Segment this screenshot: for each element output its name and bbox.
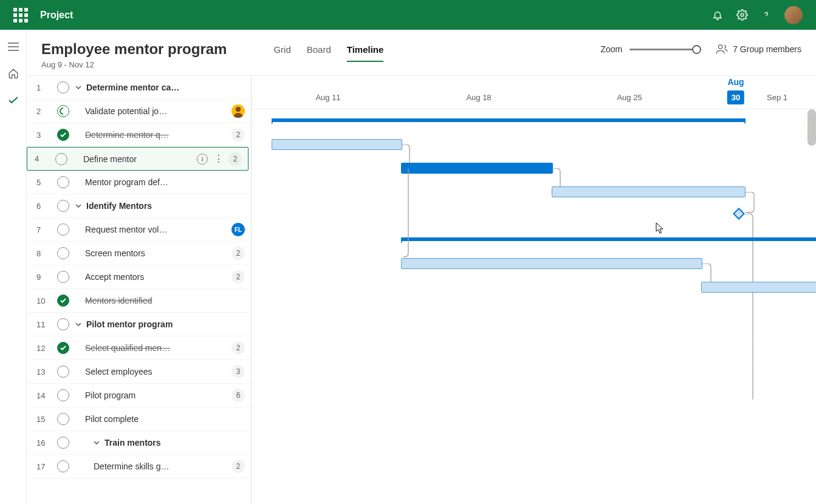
task-name: Pilot complete (85, 414, 245, 424)
task-row[interactable]: 16Train mentors (27, 431, 251, 455)
task-row[interactable]: 15Pilot complete (27, 407, 251, 431)
task-count-badge: 2 (231, 460, 245, 473)
scrollbar-thumb[interactable] (807, 109, 816, 146)
task-name: Mentor program def… (85, 177, 245, 187)
task-name: Mentors identified (85, 296, 245, 305)
help-icon[interactable] (760, 9, 772, 21)
gantt-bar[interactable] (401, 163, 553, 174)
cursor-icon (656, 222, 664, 234)
task-count-badge: 2 (231, 341, 245, 355)
status-circle-icon[interactable] (57, 200, 69, 212)
task-row[interactable]: 5Mentor program def… (27, 171, 251, 194)
info-icon[interactable]: i (197, 154, 208, 165)
status-circle-icon[interactable] (57, 295, 69, 307)
group-members-label: 7 Group members (733, 44, 801, 54)
status-circle-icon[interactable] (57, 389, 69, 401)
task-row[interactable]: 13Select employees3 (27, 360, 251, 384)
task-row[interactable]: 8Screen mentors2 (27, 242, 251, 265)
task-row[interactable]: 10Mentors identified (27, 289, 251, 313)
status-circle-icon[interactable] (57, 342, 69, 354)
status-circle-icon[interactable] (55, 153, 67, 165)
gantt-chart[interactable]: Aug 11 Aug 18 Aug 25 Aug 30 Sep 1 (252, 76, 816, 504)
chevron-down-icon[interactable] (75, 83, 84, 92)
current-month: Aug (727, 77, 744, 87)
assignee-avatar[interactable] (231, 104, 245, 118)
home-icon[interactable] (4, 64, 23, 83)
gantt-bar[interactable] (552, 186, 746, 197)
task-count-badge: 2 (228, 152, 242, 166)
task-row[interactable]: 14Pilot program6 (27, 384, 251, 407)
chevron-down-icon[interactable] (94, 438, 102, 448)
chevron-down-icon[interactable] (75, 201, 84, 211)
task-count-badge: 2 (231, 128, 245, 141)
tab-grid[interactable]: Grid (273, 44, 290, 62)
row-number: 15 (36, 415, 51, 424)
task-row[interactable]: 2Validate potential jo… (27, 100, 251, 123)
task-name: Request mentor vol… (85, 225, 229, 234)
task-count-badge: 6 (231, 389, 245, 402)
row-number: 16 (36, 438, 51, 448)
gantt-bar[interactable] (272, 139, 402, 150)
overflow-icon[interactable]: ⋮ (211, 153, 226, 165)
project-header: Employee mentor program Aug 9 - Nov 12 G… (27, 30, 816, 75)
status-circle-icon[interactable] (57, 223, 69, 236)
status-circle-icon[interactable] (57, 437, 69, 449)
project-date-range: Aug 9 - Nov 12 (41, 60, 227, 69)
task-count-badge: 2 (231, 247, 245, 260)
left-nav-rail (0, 30, 27, 504)
task-row[interactable]: 7Request mentor vol…FL (27, 218, 251, 242)
tab-board[interactable]: Board (307, 44, 331, 62)
task-name: Train mentors (105, 438, 245, 448)
task-row[interactable]: 11Pilot mentor program (27, 313, 251, 336)
group-members-button[interactable]: 7 Group members (716, 41, 801, 54)
row-number: 6 (36, 202, 51, 211)
row-number: 12 (36, 344, 51, 353)
row-number: 11 (36, 320, 51, 329)
status-circle-icon[interactable] (57, 271, 69, 283)
row-number: 2 (36, 107, 51, 116)
view-tabs: Grid Board Timeline (273, 41, 383, 62)
status-circle-icon[interactable] (57, 105, 69, 117)
row-number: 8 (36, 249, 51, 258)
status-circle-icon[interactable] (57, 247, 69, 259)
tasks-icon[interactable] (4, 90, 23, 110)
row-number: 9 (36, 273, 51, 282)
gantt-bar-summary[interactable] (272, 118, 746, 122)
zoom-slider[interactable] (629, 49, 696, 50)
status-circle-icon[interactable] (57, 366, 69, 378)
status-circle-icon[interactable] (57, 413, 69, 425)
status-circle-icon[interactable] (57, 129, 69, 141)
gantt-bar[interactable] (401, 258, 702, 269)
task-row[interactable]: 9Accept mentors2 (27, 265, 251, 289)
gantt-bar-summary[interactable] (401, 237, 816, 241)
time-tick: Aug 11 (315, 93, 340, 102)
gantt-bar[interactable] (701, 282, 816, 293)
tab-timeline[interactable]: Timeline (347, 44, 384, 62)
app-launcher-icon[interactable] (13, 8, 28, 22)
settings-icon[interactable] (736, 9, 748, 21)
row-number: 14 (36, 391, 51, 400)
time-tick: Aug 25 (617, 93, 642, 102)
task-row[interactable]: 3Determine mentor q…2 (27, 123, 251, 147)
status-circle-icon[interactable] (57, 176, 69, 188)
row-number: 17 (36, 462, 51, 471)
global-header: Project (0, 0, 816, 30)
task-row[interactable]: 17Determine skills g…2 (27, 455, 251, 478)
task-name: Determine mentor q… (85, 130, 229, 140)
task-row[interactable]: 6Identify Mentors (27, 194, 251, 218)
nav-toggle-icon[interactable] (4, 37, 23, 56)
status-circle-icon[interactable] (57, 318, 69, 330)
task-count-badge: 3 (231, 365, 245, 378)
row-number: 3 (36, 131, 51, 140)
task-row[interactable]: 1Determine mentor ca… (27, 76, 251, 100)
chevron-down-icon[interactable] (75, 319, 84, 329)
user-avatar[interactable] (784, 6, 803, 24)
status-circle-icon[interactable] (57, 460, 69, 472)
svg-point-0 (741, 13, 744, 16)
notifications-icon[interactable] (711, 9, 724, 21)
status-circle-icon[interactable] (57, 81, 69, 94)
task-row[interactable]: 4Define mentori⋮2 (27, 147, 249, 171)
zoom-control: Zoom (600, 41, 696, 54)
assignee-initials[interactable]: FL (231, 223, 245, 236)
task-row[interactable]: 12Select qualified men…2 (27, 336, 251, 360)
